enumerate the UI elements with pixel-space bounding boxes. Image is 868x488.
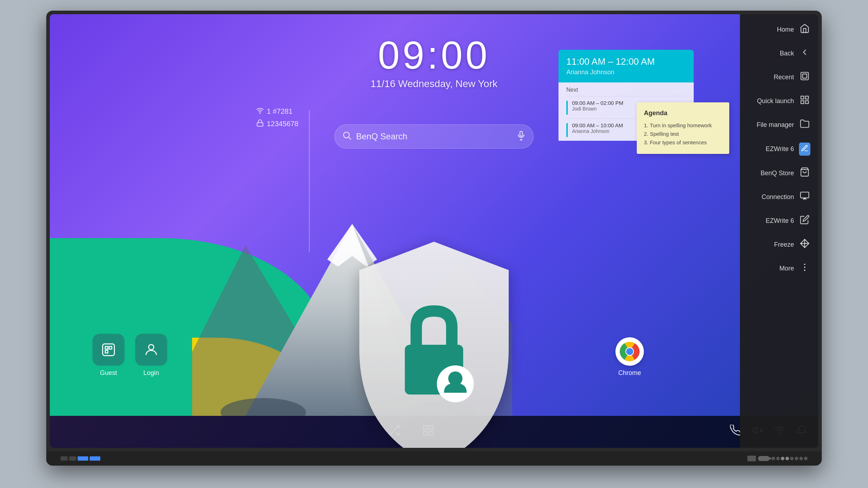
- search-icon: [342, 130, 352, 143]
- agenda-title: Agenda: [644, 109, 722, 117]
- ezwrite6-icon-2: [799, 215, 810, 227]
- calendar-current-event: 11:00 AM – 12:00 AM Arianna Johnson: [559, 50, 694, 82]
- time-display: 09:00 11/16 Wednesday, New York: [371, 36, 498, 90]
- sidebar-item-back[interactable]: Back: [740, 42, 818, 65]
- item2-time: 09:00 AM – 10:00 AM: [572, 122, 623, 128]
- guest-icon: [92, 334, 125, 366]
- page-dots: [772, 457, 808, 460]
- recent-icon: [799, 71, 810, 84]
- login-icon: [135, 334, 167, 366]
- ports-left: [60, 456, 127, 461]
- svg-point-44: [804, 269, 805, 271]
- svg-point-43: [804, 267, 805, 268]
- sidebar-item-connection[interactable]: Connection: [740, 185, 818, 209]
- guest-label: Guest: [100, 369, 117, 377]
- battery-indicator: [758, 456, 769, 461]
- freeze-icon: [799, 238, 810, 251]
- microphone-icon[interactable]: [516, 130, 526, 143]
- date: 11/16 Wednesday, New York: [371, 78, 498, 90]
- svg-point-15: [626, 348, 633, 355]
- svg-line-7: [349, 137, 351, 139]
- sidebar-item-file-manager[interactable]: File manager: [740, 113, 818, 137]
- svg-rect-32: [803, 74, 807, 78]
- sidebar-label-recent: Recent: [774, 74, 794, 81]
- item1-time: 09:00 AM – 02:00 PM: [572, 100, 623, 106]
- svg-point-20: [149, 344, 154, 350]
- sidebar-label-freeze: Freeze: [774, 241, 794, 248]
- svg-point-11: [260, 113, 260, 113]
- sidebar-label-home: Home: [777, 26, 794, 33]
- svg-rect-19: [105, 350, 108, 353]
- nfc-indicator: [747, 456, 756, 461]
- sidebar-item-ezwrite6-1[interactable]: EZWrite 6: [740, 137, 818, 161]
- sidebar-item-freeze[interactable]: Freeze: [740, 233, 818, 257]
- login-button[interactable]: Login: [135, 334, 167, 377]
- sticky-note: Agenda 1. Turn in spelling homework 2. S…: [637, 102, 729, 154]
- room-password: 12345678: [256, 119, 298, 129]
- sidebar-item-benq-store[interactable]: BenQ Store: [740, 161, 818, 185]
- svg-rect-34: [805, 96, 808, 99]
- port: [69, 456, 76, 461]
- item2-person: Arianna Johnson: [572, 128, 623, 134]
- agenda-item-3: 3. Four types of sentences: [644, 138, 722, 147]
- quick-launch-icon: [799, 95, 810, 107]
- login-label: Login: [143, 369, 159, 377]
- wifi-icon: [256, 107, 264, 116]
- next-label: Next: [566, 87, 686, 96]
- sidebar-item-more[interactable]: More: [740, 257, 818, 280]
- sidebar-label-quick-launch: Quick launch: [757, 97, 794, 105]
- sidebar-item-ezwrite6-2[interactable]: EZWrite 6: [740, 209, 818, 233]
- svg-point-6: [344, 132, 349, 138]
- chrome-app[interactable]: Chrome: [615, 337, 644, 377]
- accent-bar-2: [566, 123, 568, 137]
- guest-button[interactable]: Guest: [92, 334, 125, 377]
- file-manager-icon: [799, 119, 810, 131]
- svg-rect-8: [520, 131, 523, 136]
- svg-rect-16: [103, 344, 115, 356]
- sidebar-label-more: More: [779, 265, 794, 272]
- status-indicators: [747, 456, 808, 461]
- agenda-item-2: 2. Spelling test: [644, 130, 722, 138]
- right-sidebar: Home Back Recent: [740, 14, 818, 448]
- sidebar-label-ezwrite6-2: EZWrite 6: [766, 217, 794, 225]
- chrome-icon: [615, 337, 644, 366]
- more-icon: [799, 262, 810, 275]
- item1-person: Jodi Brown: [572, 106, 623, 112]
- home-icon: [799, 23, 810, 36]
- svg-point-42: [804, 264, 805, 265]
- bottom-bezel: [46, 451, 822, 466]
- back-icon: [799, 47, 810, 60]
- usb-port: [90, 456, 100, 461]
- svg-rect-35: [801, 101, 804, 103]
- current-event-person: Arianna Johnson: [566, 69, 686, 76]
- sidebar-label-file-manager: File manager: [757, 121, 794, 129]
- sidebar-label-ezwrite6-1: EZWrite 6: [766, 145, 794, 153]
- sidebar-label-benq-store: BenQ Store: [761, 170, 794, 177]
- current-event-time: 11:00 AM – 12:00 AM: [566, 56, 686, 67]
- svg-rect-31: [801, 73, 809, 80]
- svg-rect-18: [109, 347, 112, 349]
- chrome-label: Chrome: [618, 369, 641, 377]
- lock-small-icon: [256, 119, 264, 129]
- room-number: 1 #7281: [256, 107, 298, 116]
- search-bar[interactable]: BenQ Search: [334, 124, 534, 149]
- room-info: 1 #7281 12345678: [256, 107, 298, 129]
- security-shield: [345, 235, 523, 448]
- sidebar-item-home[interactable]: Home: [740, 18, 818, 42]
- search-text: BenQ Search: [356, 132, 512, 141]
- svg-rect-33: [801, 96, 804, 99]
- user-buttons-container: Guest Login: [92, 334, 167, 377]
- sidebar-label-back: Back: [780, 50, 794, 57]
- svg-rect-12: [257, 123, 263, 126]
- monitor-frame: 09:00 11/16 Wednesday, New York BenQ Sea…: [46, 11, 822, 466]
- screen-divider: [309, 110, 310, 252]
- sidebar-item-quick-launch[interactable]: Quick launch: [740, 89, 818, 113]
- svg-rect-17: [105, 347, 108, 349]
- agenda-item-1: 1. Turn in spelling homework: [644, 121, 722, 130]
- svg-rect-38: [800, 192, 809, 198]
- ezwrite6-icon-1: [799, 143, 810, 156]
- screen: 09:00 11/16 Wednesday, New York BenQ Sea…: [50, 14, 818, 448]
- usb-port: [78, 456, 88, 461]
- port: [60, 456, 68, 461]
- sidebar-item-recent[interactable]: Recent: [740, 65, 818, 89]
